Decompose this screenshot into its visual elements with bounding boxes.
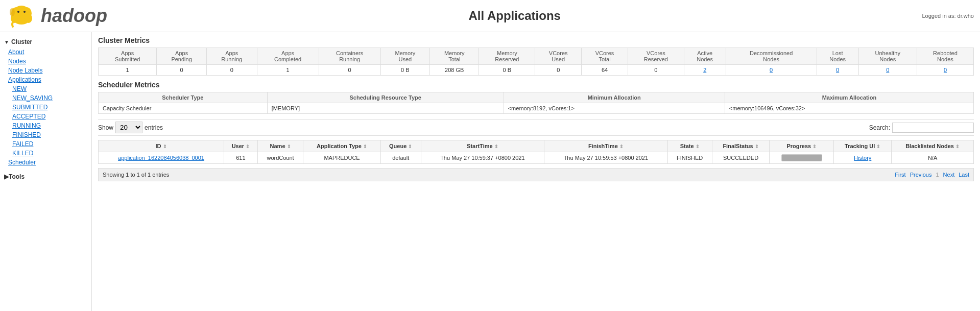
app-type: MAPREDUCE bbox=[303, 152, 380, 164]
scheduler-metrics-title: Scheduler Metrics bbox=[98, 81, 974, 89]
col-decommissioned-nodes: DecommissionedNodes bbox=[726, 48, 817, 65]
scheduler-metrics-table: Scheduler Type Scheduling Resource Type … bbox=[98, 92, 974, 114]
sidebar-item-finished[interactable]: FINISHED bbox=[0, 130, 91, 139]
svg-point-5 bbox=[14, 6, 29, 16]
cluster-arrow-icon: ▼ bbox=[4, 39, 9, 45]
app-blacklisted: N/A bbox=[892, 152, 974, 164]
queue-sort-icon: ⇕ bbox=[408, 144, 412, 149]
show-select[interactable]: 20 10 25 50 100 bbox=[115, 122, 142, 133]
val-decommissioned-nodes[interactable]: 0 bbox=[726, 65, 817, 76]
col-vcores-used: VCoresUsed bbox=[535, 48, 582, 65]
col-active-nodes: ActiveNodes bbox=[684, 48, 726, 65]
sidebar-item-nodes[interactable]: Nodes bbox=[0, 57, 91, 66]
sidebar: ▼ Cluster About Nodes Node Labels Applic… bbox=[0, 32, 92, 311]
sidebar-item-node-labels[interactable]: Node Labels bbox=[0, 66, 91, 75]
pagination-first[interactable]: First bbox=[895, 172, 905, 178]
app-col-queue[interactable]: Queue ⇕ bbox=[380, 140, 421, 152]
val-active-nodes[interactable]: 2 bbox=[684, 65, 726, 76]
final-sort-icon: ⇕ bbox=[755, 144, 759, 149]
val-rebooted-nodes[interactable]: 0 bbox=[917, 65, 973, 76]
app-col-finish[interactable]: FinishTime ⇕ bbox=[544, 140, 667, 152]
logo-area: hadoop bbox=[6, 3, 107, 29]
search-label: Search: bbox=[869, 124, 890, 131]
progress-bar-container bbox=[781, 154, 822, 161]
cluster-label: Cluster bbox=[11, 38, 32, 45]
progress-sort-icon: ⇕ bbox=[812, 144, 817, 149]
tools-arrow-icon: ▶ bbox=[4, 173, 9, 180]
val-apps-pending: 0 bbox=[157, 65, 207, 76]
table-footer: Showing 1 to 1 of 1 entries First Previo… bbox=[98, 168, 974, 181]
sidebar-item-applications[interactable]: Applications bbox=[0, 75, 91, 84]
type-sort-icon: ⇕ bbox=[363, 144, 367, 149]
progress-bar-fill bbox=[782, 155, 822, 161]
sidebar-item-about[interactable]: About bbox=[0, 47, 91, 57]
val-vcores-total: 64 bbox=[582, 65, 628, 76]
scheduler-metrics-row: Capacity Scheduler [MEMORY] <memory:8192… bbox=[99, 103, 974, 114]
col-apps-running: AppsRunning bbox=[206, 48, 257, 65]
user-sort-icon: ⇕ bbox=[246, 144, 250, 149]
app-queue: default bbox=[380, 152, 421, 164]
sidebar-item-submitted[interactable]: SUBMITTED bbox=[0, 103, 91, 112]
cluster-section-header[interactable]: ▼ Cluster bbox=[0, 36, 91, 47]
sched-val-min-alloc: <memory:8192, vCores:1> bbox=[504, 103, 725, 114]
col-vcores-reserved: VCoresReserved bbox=[628, 48, 684, 65]
sidebar-item-new-saving[interactable]: NEW_SAVING bbox=[0, 93, 91, 103]
app-col-state[interactable]: State ⇕ bbox=[667, 140, 712, 152]
col-vcores-total: VCoresTotal bbox=[582, 48, 628, 65]
finish-sort-icon: ⇕ bbox=[619, 144, 624, 149]
app-col-blacklisted[interactable]: Blacklisted Nodes ⇕ bbox=[892, 140, 974, 152]
app-col-id[interactable]: ID ⇕ bbox=[99, 140, 224, 152]
tools-header[interactable]: ▶ Tools bbox=[0, 171, 91, 182]
pagination-next[interactable]: Next bbox=[943, 172, 955, 178]
svg-point-7 bbox=[23, 11, 26, 13]
app-col-name[interactable]: Name ⇕ bbox=[257, 140, 303, 152]
pagination-previous[interactable]: Previous bbox=[910, 172, 932, 178]
app-col-final-status[interactable]: FinalStatus ⇕ bbox=[712, 140, 770, 152]
id-sort-icon: ⇕ bbox=[163, 144, 167, 149]
app-final-status: SUCCEEDED bbox=[712, 152, 770, 164]
hadoop-logo bbox=[6, 3, 37, 29]
tools-section: ▶ Tools bbox=[0, 171, 91, 182]
app-progress bbox=[770, 152, 834, 164]
sidebar-item-running[interactable]: RUNNING bbox=[0, 121, 91, 130]
tools-label: Tools bbox=[9, 173, 25, 180]
sidebar-item-scheduler[interactable]: Scheduler bbox=[0, 158, 91, 167]
sidebar-item-new[interactable]: NEW bbox=[0, 84, 91, 93]
sidebar-item-failed[interactable]: FAILED bbox=[0, 139, 91, 149]
pagination: First Previous 1 Next Last bbox=[895, 172, 969, 178]
col-apps-completed: AppsCompleted bbox=[257, 48, 319, 65]
logged-in-text: Logged in as: dr.who bbox=[922, 13, 974, 19]
val-memory-total: 208 GB bbox=[430, 65, 479, 76]
val-lost-nodes[interactable]: 0 bbox=[817, 65, 858, 76]
blacklisted-sort-icon: ⇕ bbox=[955, 144, 960, 149]
pagination-last[interactable]: Last bbox=[959, 172, 969, 178]
cluster-section: ▼ Cluster About Nodes Node Labels Applic… bbox=[0, 36, 91, 167]
col-apps-pending: AppsPending bbox=[157, 48, 207, 65]
search-area: Search: bbox=[869, 123, 974, 133]
sched-col-max-alloc: Maximum Allocation bbox=[725, 92, 973, 103]
app-col-start[interactable]: StartTime ⇕ bbox=[421, 140, 544, 152]
val-unhealthy-nodes[interactable]: 0 bbox=[858, 65, 917, 76]
col-apps-submitted: AppsSubmitted bbox=[99, 48, 157, 65]
app-col-tracking[interactable]: Tracking UI ⇕ bbox=[834, 140, 892, 152]
col-unhealthy-nodes: UnhealthyNodes bbox=[858, 48, 917, 65]
col-memory-reserved: MemoryReserved bbox=[479, 48, 535, 65]
val-vcores-used: 0 bbox=[535, 65, 582, 76]
sidebar-item-killed[interactable]: KILLED bbox=[0, 149, 91, 158]
app-tracking-ui[interactable]: History bbox=[834, 152, 892, 164]
logo-text: hadoop bbox=[41, 5, 107, 27]
app-user: 611 bbox=[224, 152, 258, 164]
sched-col-type: Scheduler Type bbox=[99, 92, 268, 103]
search-input[interactable] bbox=[892, 123, 974, 133]
app-col-user[interactable]: User ⇕ bbox=[224, 140, 258, 152]
app-col-type[interactable]: Application Type ⇕ bbox=[303, 140, 380, 152]
cluster-metrics-title: Cluster Metrics bbox=[98, 36, 974, 44]
col-memory-total: MemoryTotal bbox=[430, 48, 479, 65]
col-rebooted-nodes: RebootedNodes bbox=[917, 48, 973, 65]
app-col-progress[interactable]: Progress ⇕ bbox=[770, 140, 834, 152]
sched-val-resource-type: [MEMORY] bbox=[267, 103, 504, 114]
svg-point-8 bbox=[10, 8, 15, 16]
app-id[interactable]: application_1622084056038_0001 bbox=[99, 152, 224, 164]
sidebar-item-accepted[interactable]: ACCEPTED bbox=[0, 112, 91, 121]
state-sort-icon: ⇕ bbox=[696, 144, 700, 149]
